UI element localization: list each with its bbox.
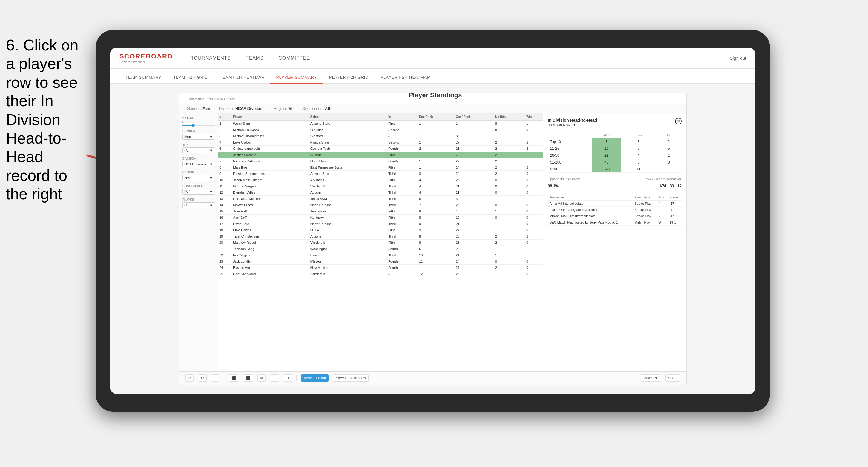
h2h-row: 11-25 20 9 5 — [548, 145, 682, 152]
tournament-type: Stroke Play — [633, 200, 657, 207]
table-row[interactable]: 1 Wenyi Ding Arizona State First 1 1 8 1 — [218, 121, 543, 127]
table-row[interactable]: 16 Alex Goff Kentucky Fifth 8 19 0 0 — [218, 215, 543, 221]
cell-school: Texas A&M — [309, 196, 387, 202]
nav-sign-out[interactable]: Sign out — [730, 56, 746, 61]
toolbar-btn-1[interactable]: ⬛ — [229, 374, 239, 382]
h2h-row: Top 10 8 3 2 — [548, 138, 682, 145]
table-row[interactable]: 2 Michael La Sasso Ole Miss Second 1 19 … — [218, 127, 543, 133]
table-row[interactable]: 4 Luke Claton Florida State Second 1 27 … — [218, 139, 543, 146]
cell-win: 1 — [525, 246, 543, 252]
nav-teams[interactable]: TEAMS — [246, 54, 264, 62]
nav-tournaments[interactable]: TOURNAMENTS — [191, 54, 231, 62]
watch-button[interactable]: Watch ▼ — [641, 374, 661, 382]
cell-num: 19 — [218, 234, 232, 240]
cell-yr: Fourth — [387, 258, 418, 265]
table-row[interactable]: 18 Luke Powell UCLA First 9 24 1 0 — [218, 227, 543, 234]
cell-yr: - — [387, 133, 418, 139]
cell-reg-rank: 6 — [418, 246, 455, 252]
cell-conf-rank: 27 — [455, 139, 494, 146]
cell-win: 0 — [525, 208, 543, 215]
tab-team-h2h-heatmap[interactable]: TEAM H2H HEATMAP — [214, 72, 270, 84]
tab-team-summary[interactable]: TEAM SUMMARY — [119, 72, 167, 84]
table-row[interactable]: 22 Ian Gilligan Florida Third 10 24 1 1 — [218, 252, 543, 258]
sidebar-division-select[interactable]: NCAA Division I ▼ — [182, 161, 215, 167]
nav-committee[interactable]: COMMITTEE — [278, 54, 310, 62]
toolbar-btn-more[interactable]: … — [270, 374, 279, 382]
dashboard-panel: Update time: 27/03/2024 16:56:26 Player … — [179, 93, 686, 385]
table-row[interactable]: 5 Christo Lamprecht Georgia Tech Fourth … — [218, 146, 543, 152]
table-row[interactable]: 17 David Ford North Carolina Third 9 21 … — [218, 221, 543, 227]
cell-num: 10 — [218, 177, 232, 183]
refresh-button[interactable]: ↺ — [284, 374, 292, 382]
view-original-button[interactable]: View: Original — [301, 374, 329, 382]
no-rds-slider[interactable] — [182, 125, 215, 126]
opponents-label: Opponents in division: — [548, 177, 580, 181]
tab-player-h2h-grid[interactable]: PLAYER H2H GRID — [323, 72, 375, 84]
table-row[interactable]: 11 Gordon Sargent Vanderbilt Third 4 21 … — [218, 183, 543, 189]
cell-no-rds: 0 — [494, 177, 525, 183]
table-row[interactable]: 19 Tiger Christensen Arizona Third 8 23 … — [218, 234, 543, 240]
cell-conf-rank: 8 — [455, 133, 494, 139]
cell-conf-rank: 1 — [455, 121, 494, 127]
cell-no-rds: 1 — [494, 271, 525, 277]
h2h-col-loss: Loss — [621, 132, 656, 138]
table-row[interactable]: 8 Mats Ege East Tennessee State Fifth 1 … — [218, 164, 543, 171]
table-row[interactable]: 14 Maxwell Ford North Carolina Third 7 2… — [218, 202, 543, 208]
cell-school: Missouri — [309, 258, 387, 265]
sidebar-player-select[interactable]: (All) ▼ — [182, 202, 215, 208]
table-row[interactable]: 20 Matthew Riedel Vanderbilt Fifth 8 23 … — [218, 240, 543, 246]
t-col-type: Event Type — [633, 194, 657, 200]
table-row[interactable]: 15 Jake Hall Tennessee Fifth 8 18 1 0 — [218, 208, 543, 215]
sidebar-year: Year (All) ▼ — [182, 143, 215, 153]
tab-player-summary[interactable]: PLAYER SUMMARY — [271, 72, 323, 84]
table-row[interactable]: 3 Michael Thorbjornsen Stanford - 1 8 1 … — [218, 133, 543, 139]
sidebar-gender-select[interactable]: Men ▼ — [182, 134, 215, 139]
table-row[interactable]: 23 Jack Lundin Missouri Fourth 11 24 0 0 — [218, 258, 543, 265]
table-row[interactable]: 9 Preston Summerhays Arizona State Third… — [218, 171, 543, 177]
table-row[interactable]: 25 Cole Sherwood Vanderbilt - 12 23 1 0 — [218, 271, 543, 277]
h2h-tie: 1 — [656, 152, 682, 159]
h2h-close-button[interactable]: ✕ — [675, 118, 682, 124]
sidebar-region-label: Region — [182, 171, 215, 174]
table-row[interactable]: 21 Taehoon Song Washington Fourth 6 23 1… — [218, 246, 543, 252]
cell-num: 13 — [218, 196, 232, 202]
h2h-loss: 3 — [621, 138, 656, 145]
save-custom-view-button[interactable]: Save Custom View — [333, 374, 369, 382]
h2h-row: 51-100 46 6 3 — [548, 159, 682, 166]
table-row[interactable]: 24 Bastien Amat New Mexico Fourth 1 27 2… — [218, 265, 543, 271]
cell-player: Christo Lamprecht — [232, 146, 309, 152]
cell-no-rds: 0 — [494, 183, 525, 189]
sidebar-year-label: Year — [182, 143, 215, 147]
tab-team-h2h-grid[interactable]: TEAM H2H GRID — [167, 72, 214, 84]
toolbar-btn-3[interactable]: ⊕ — [257, 374, 266, 382]
cell-conf-rank: 23 — [455, 202, 494, 208]
tournament-row: Mirabel Maui Jim Intercollegiate Stroke … — [548, 213, 682, 219]
col-no-rds: No Rds. — [494, 114, 525, 121]
table-row[interactable]: 6 Jackson Koivun Auburn First 1 7 2 1 — [218, 152, 543, 158]
sidebar-conference-select[interactable]: (All) ▼ — [182, 189, 215, 194]
cell-reg-rank: 8 — [418, 240, 455, 246]
undo2-button[interactable]: ↩ — [198, 374, 207, 382]
tournament-score: -7 — [668, 207, 682, 213]
tablet-screen: SCOREBOARD Powered by clippi TOURNAMENTS… — [111, 48, 755, 394]
cell-reg-rank: 4 — [418, 177, 455, 183]
cell-num: 14 — [218, 202, 232, 208]
h2h-tie: 2 — [656, 138, 682, 145]
redo-button[interactable]: ↪ — [211, 374, 219, 382]
table-row[interactable]: 10 Jacob Moss Ohearn Arkansas Fifth 4 23… — [218, 177, 543, 183]
table-row[interactable]: 13 Phichaksn Maichon Texas A&M Third 6 3… — [218, 196, 543, 202]
cell-num: 15 — [218, 208, 232, 215]
table-row[interactable]: 7 Nicholas Gabrelcik North Florida Fourt… — [218, 158, 543, 164]
sidebar-region-select[interactable]: N/A ▼ — [182, 175, 215, 181]
cell-no-rds: 2 — [494, 171, 525, 177]
undo-button[interactable]: ↩ — [185, 374, 194, 382]
toolbar-btn-2[interactable]: ⬛ — [243, 374, 253, 382]
table-row[interactable]: 12 Brendan Valles Auburn Third 4 21 0 0 — [218, 189, 543, 196]
cell-num: 22 — [218, 252, 232, 258]
cell-num: 7 — [218, 158, 232, 164]
sidebar-year-select[interactable]: (All) ▼ — [182, 147, 215, 153]
tab-player-h2h-heatmap[interactable]: PLAYER H2H HEATMAP — [375, 72, 436, 84]
cell-no-rds: 2 — [494, 265, 525, 271]
cell-win: 1 — [525, 121, 543, 127]
share-button[interactable]: Share — [665, 374, 680, 382]
